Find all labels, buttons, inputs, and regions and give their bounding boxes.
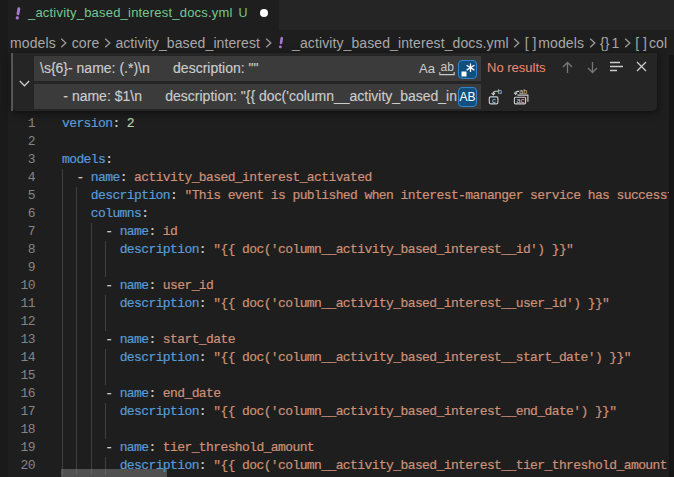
svg-text:c: c [492,96,496,105]
svg-text:b: b [498,89,502,96]
svg-text:ab: ab [519,89,527,95]
svg-text:ac: ac [517,96,525,105]
